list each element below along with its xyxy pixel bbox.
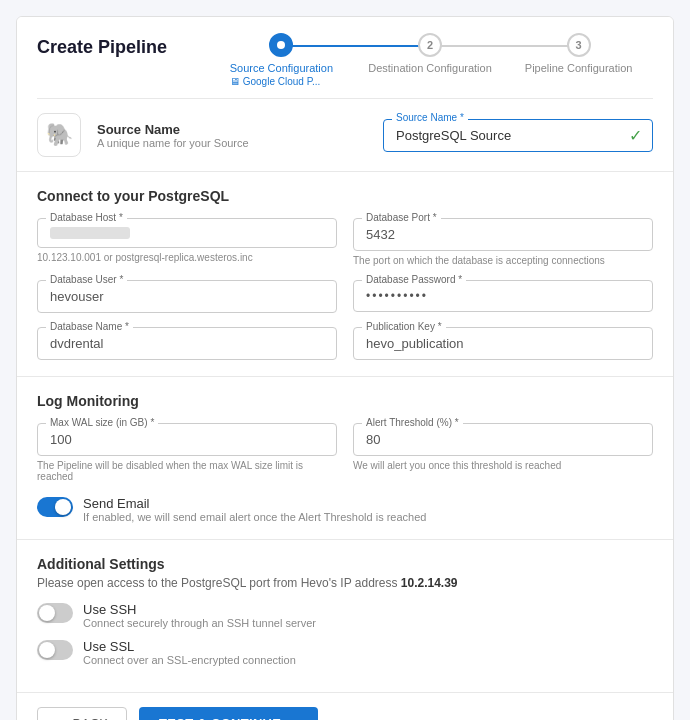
page-container: Create Pipeline Source Configuration 🖥 G…: [16, 16, 674, 720]
send-email-row: Send Email If enabled, we will send emai…: [37, 496, 653, 523]
step-1-sublabel: 🖥 Google Cloud P...: [230, 75, 333, 88]
db-name-label: Database Name *: [46, 321, 133, 332]
source-name-input-wrapper[interactable]: Source Name * PostgreSQL Source ✓: [383, 119, 653, 152]
footer: ← BACK TEST & CONTINUE →: [17, 693, 673, 720]
row-user-pass: Database User * hevouser Database Passwo…: [37, 280, 653, 313]
db-name-value: dvdrental: [50, 336, 324, 351]
send-email-info: Send Email If enabled, we will send emai…: [83, 496, 426, 523]
db-port-input[interactable]: Database Port * 5432: [353, 218, 653, 251]
alert-threshold-input[interactable]: Alert Threshold (%) * 80: [353, 423, 653, 456]
additional-settings-desc: Please open access to the PostgreSQL por…: [37, 576, 653, 590]
postgresql-section: Connect to your PostgreSQL Database Host…: [17, 172, 673, 377]
ssh-info: Use SSH Connect securely through an SSH …: [83, 602, 316, 629]
ssh-toggle-knob: [39, 605, 55, 621]
ssh-desc: Connect securely through an SSH tunnel s…: [83, 617, 316, 629]
source-name-label: Source Name *: [392, 112, 468, 123]
step-3-circle: 3: [567, 33, 591, 57]
db-pass-label: Database Password *: [362, 274, 466, 285]
row-host-port: Database Host * 10.123.10.001 or postgre…: [37, 218, 653, 266]
step-2-circle: 2: [418, 33, 442, 57]
group-user: Database User * hevouser: [37, 280, 337, 313]
alert-threshold-value: 80: [366, 432, 640, 447]
additional-settings-section: Additional Settings Please open access t…: [17, 540, 673, 693]
ssl-toggle-knob: [39, 642, 55, 658]
ip-address: 10.2.14.39: [401, 576, 458, 590]
step-1-circle: [269, 33, 293, 57]
db-host-hint: 10.123.10.001 or postgresql-replica.west…: [37, 252, 337, 263]
steps-container: Source Configuration 🖥 Google Cloud P...…: [207, 33, 653, 88]
db-user-label: Database User *: [46, 274, 127, 285]
ssh-label: Use SSH: [83, 602, 316, 617]
max-wal-value: 100: [50, 432, 324, 447]
step-3-label: Pipeline Configuration: [525, 61, 633, 75]
ssh-row: Use SSH Connect securely through an SSH …: [37, 602, 653, 629]
group-alert: Alert Threshold (%) * 80 We will alert y…: [353, 423, 653, 482]
postgresql-title: Connect to your PostgreSQL: [37, 188, 653, 204]
max-wal-hint: The Pipeline will be disabled when the m…: [37, 460, 337, 482]
send-email-desc: If enabled, we will send email alert onc…: [83, 511, 426, 523]
ssl-item: Use SSL Connect over an SSL-encrypted co…: [37, 639, 653, 666]
source-name-section: 🐘 Source Name A unique name for your Sou…: [17, 99, 673, 172]
db-name-input[interactable]: Database Name * dvdrental: [37, 327, 337, 360]
step-3[interactable]: 3 Pipeline Configuration: [504, 33, 653, 75]
max-wal-input[interactable]: Max WAL size (in GB) * 100: [37, 423, 337, 456]
group-host: Database Host * 10.123.10.001 or postgre…: [37, 218, 337, 266]
page-title: Create Pipeline: [37, 33, 167, 58]
group-port: Database Port * 5432 The port on which t…: [353, 218, 653, 266]
source-name-field[interactable]: Source Name * PostgreSQL Source ✓: [383, 119, 653, 152]
ssl-toggle[interactable]: [37, 640, 73, 660]
row-wal-alert: Max WAL size (in GB) * 100 The Pipeline …: [37, 423, 653, 482]
toggle-knob: [55, 499, 71, 515]
db-host-label: Database Host *: [46, 212, 127, 223]
db-port-label: Database Port *: [362, 212, 441, 223]
send-email-label: Send Email: [83, 496, 426, 511]
step-1-label: Source Configuration 🖥 Google Cloud P...: [230, 61, 333, 88]
test-continue-button[interactable]: TEST & CONTINUE →: [139, 707, 318, 720]
ssh-item: Use SSH Connect securely through an SSH …: [37, 602, 653, 629]
pub-key-label: Publication Key *: [362, 321, 446, 332]
source-name-title: Source Name: [97, 122, 367, 137]
log-monitoring-title: Log Monitoring: [37, 393, 653, 409]
ssl-info: Use SSL Connect over an SSL-encrypted co…: [83, 639, 296, 666]
source-icon: 🐘: [37, 113, 81, 157]
step-2[interactable]: 2 Destination Configuration: [356, 33, 505, 75]
header: Create Pipeline Source Configuration 🖥 G…: [17, 17, 673, 99]
alert-threshold-label: Alert Threshold (%) *: [362, 417, 463, 428]
source-info: Source Name A unique name for your Sourc…: [97, 122, 367, 149]
additional-settings-title: Additional Settings: [37, 556, 653, 572]
group-pass: Database Password * ••••••••••: [353, 280, 653, 313]
group-pubkey: Publication Key * hevo_publication: [353, 327, 653, 360]
send-email-toggle[interactable]: [37, 497, 73, 517]
step-1[interactable]: Source Configuration 🖥 Google Cloud P...: [207, 33, 356, 88]
source-name-subtitle: A unique name for your Source: [97, 137, 367, 149]
source-name-value: PostgreSQL Source: [396, 128, 616, 143]
ssl-desc: Connect over an SSL-encrypted connection: [83, 654, 296, 666]
db-pass-value: ••••••••••: [366, 289, 640, 303]
group-dbname: Database Name * dvdrental: [37, 327, 337, 360]
step-2-label: Destination Configuration: [368, 61, 492, 75]
db-port-hint: The port on which the database is accept…: [353, 255, 653, 266]
pub-key-value: hevo_publication: [366, 336, 640, 351]
db-host-value: [50, 227, 130, 239]
max-wal-label: Max WAL size (in GB) *: [46, 417, 158, 428]
check-icon: ✓: [629, 126, 642, 145]
db-port-value: 5432: [366, 227, 640, 242]
pub-key-input[interactable]: Publication Key * hevo_publication: [353, 327, 653, 360]
db-pass-input[interactable]: Database Password * ••••••••••: [353, 280, 653, 312]
ssh-toggle[interactable]: [37, 603, 73, 623]
group-wal: Max WAL size (in GB) * 100 The Pipeline …: [37, 423, 337, 482]
log-monitoring-section: Log Monitoring Max WAL size (in GB) * 10…: [17, 377, 673, 540]
db-icon: 🐘: [46, 122, 73, 148]
alert-hint: We will alert you once this threshold is…: [353, 460, 653, 471]
db-user-input[interactable]: Database User * hevouser: [37, 280, 337, 313]
db-host-input[interactable]: Database Host *: [37, 218, 337, 248]
ssl-row: Use SSL Connect over an SSL-encrypted co…: [37, 639, 653, 666]
back-button[interactable]: ← BACK: [37, 707, 127, 720]
row-dbname-pubkey: Database Name * dvdrental Publication Ke…: [37, 327, 653, 360]
ssl-label: Use SSL: [83, 639, 296, 654]
db-user-value: hevouser: [50, 289, 324, 304]
